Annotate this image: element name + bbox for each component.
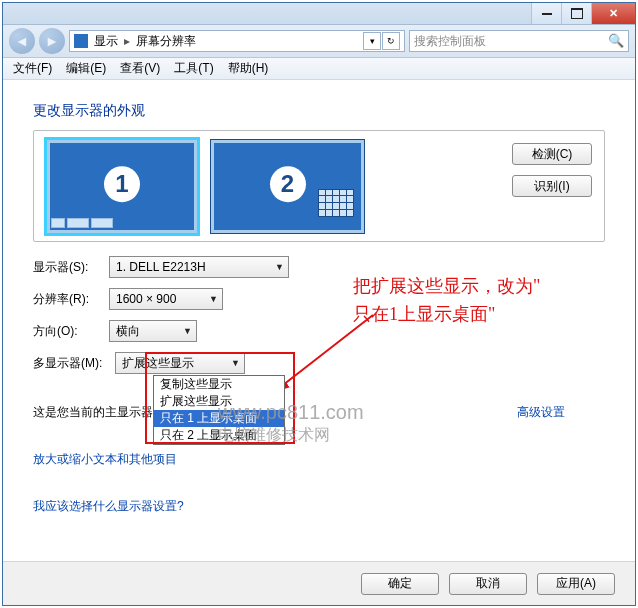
annotation-line1: 把扩展这些显示，改为" [353, 273, 540, 301]
monitor-1[interactable]: 1 [46, 139, 198, 234]
chevron-down-icon: ▼ [231, 358, 240, 368]
multi-display-value: 扩展这些显示 [122, 355, 194, 372]
ok-button[interactable]: 确定 [361, 573, 439, 595]
window-frame: ◄ ► 显示 ▸ 屏幕分辨率 ▾ ↻ 搜索控制面板 🔍 文件(F) 编辑(E) … [2, 2, 636, 606]
maximize-button[interactable] [561, 3, 591, 24]
back-button[interactable]: ◄ [9, 28, 35, 54]
resolution-value: 1600 × 900 [116, 292, 176, 306]
monitor-2-number: 2 [270, 166, 306, 202]
resolution-select[interactable]: 1600 × 900 ▼ [109, 288, 223, 310]
annotation-text: 把扩展这些显示，改为" 只在1上显示桌面" [353, 273, 540, 329]
monitor-preview-area: 1 2 检测(C) 识别(I) [33, 130, 605, 242]
display-label: 显示器(S): [33, 259, 109, 276]
orientation-select[interactable]: 横向 ▼ [109, 320, 197, 342]
forward-button[interactable]: ► [39, 28, 65, 54]
search-placeholder: 搜索控制面板 [414, 33, 486, 50]
which-settings-link[interactable]: 我应该选择什么显示器设置? [33, 499, 184, 513]
annotation-line2: 只在1上显示桌面" [353, 301, 540, 329]
chevron-down-icon: ▼ [209, 294, 218, 304]
advanced-settings-link[interactable]: 高级设置 [517, 404, 565, 421]
menu-bar: 文件(F) 编辑(E) 查看(V) 工具(T) 帮助(H) [3, 58, 635, 80]
apply-button[interactable]: 应用(A) [537, 573, 615, 595]
dd-option-only1[interactable]: 只在 1 上显示桌面 [154, 410, 284, 427]
refresh-button[interactable]: ↻ [382, 32, 400, 50]
menu-file[interactable]: 文件(F) [13, 60, 52, 77]
address-dropdown-button[interactable]: ▾ [363, 32, 381, 50]
primary-display-note: 这是您当前的主显示器。 [33, 405, 165, 419]
nav-bar: ◄ ► 显示 ▸ 屏幕分辨率 ▾ ↻ 搜索控制面板 🔍 [3, 25, 635, 58]
titlebar [3, 3, 635, 25]
search-icon: 🔍 [608, 33, 624, 48]
multi-display-dropdown: 复制这些显示 扩展这些显示 只在 1 上显示桌面 只在 2 上显示桌面 [153, 375, 285, 445]
cancel-button[interactable]: 取消 [449, 573, 527, 595]
display-value: 1. DELL E2213H [116, 260, 206, 274]
address-icon [74, 34, 88, 48]
page-title: 更改显示器的外观 [33, 102, 605, 120]
menu-help[interactable]: 帮助(H) [228, 60, 269, 77]
address-box[interactable]: 显示 ▸ 屏幕分辨率 ▾ ↻ [69, 30, 405, 52]
chevron-down-icon: ▼ [275, 262, 284, 272]
dd-option-only2[interactable]: 只在 2 上显示桌面 [154, 427, 284, 444]
search-input[interactable]: 搜索控制面板 🔍 [409, 30, 629, 52]
chevron-right-icon: ▸ [124, 34, 130, 48]
orientation-label: 方向(O): [33, 323, 109, 340]
close-button[interactable] [591, 3, 635, 24]
multi-display-label: 多显示器(M): [33, 355, 115, 372]
monitor-1-number: 1 [104, 166, 140, 202]
identify-button[interactable]: 识别(I) [512, 175, 592, 197]
address-segment-2[interactable]: 屏幕分辨率 [136, 33, 196, 50]
chevron-down-icon: ▼ [183, 326, 192, 336]
monitor-2[interactable]: 2 [210, 139, 365, 234]
resolution-label: 分辨率(R): [33, 291, 109, 308]
minimize-button[interactable] [531, 3, 561, 24]
dd-option-duplicate[interactable]: 复制这些显示 [154, 376, 284, 393]
menu-tools[interactable]: 工具(T) [174, 60, 213, 77]
orientation-value: 横向 [116, 323, 140, 340]
display-select[interactable]: 1. DELL E2213H ▼ [109, 256, 289, 278]
menu-edit[interactable]: 编辑(E) [66, 60, 106, 77]
text-size-link[interactable]: 放大或缩小文本和其他项目 [33, 452, 177, 466]
detect-button[interactable]: 检测(C) [512, 143, 592, 165]
multi-display-select[interactable]: 扩展这些显示 ▼ [115, 352, 245, 374]
dd-option-extend[interactable]: 扩展这些显示 [154, 393, 284, 410]
dialog-footer: 确定 取消 应用(A) [3, 561, 635, 605]
menu-view[interactable]: 查看(V) [120, 60, 160, 77]
address-segment-1[interactable]: 显示 [94, 33, 118, 50]
